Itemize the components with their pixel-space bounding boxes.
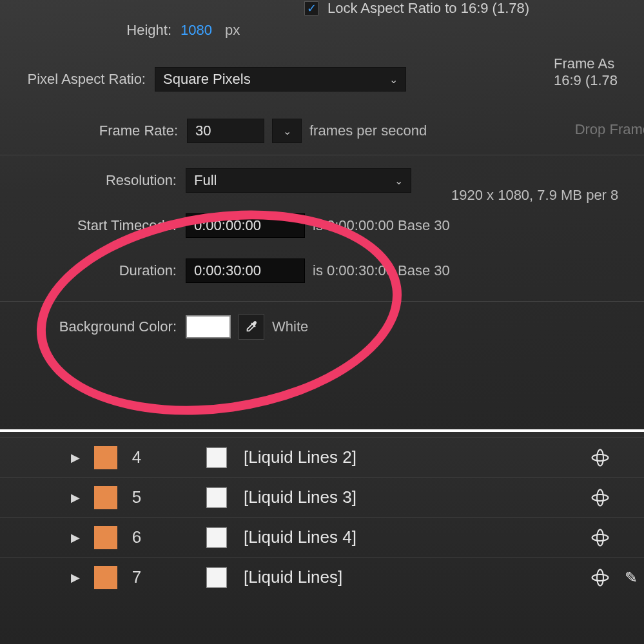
twirl-icon[interactable]: ▶ [71, 571, 83, 585]
framerate-input[interactable]: 30 [187, 119, 264, 143]
resolution-label: Resolution: [0, 172, 186, 189]
background-color-label: Background Color: [0, 318, 186, 335]
svg-point-5 [597, 529, 603, 545]
start-timecode-info: is 0:00:00:00 Base 30 [313, 217, 450, 234]
chevron-down-icon: ⌄ [395, 175, 403, 187]
pixel-aspect-dropdown[interactable]: Square Pixels ⌄ [155, 67, 406, 92]
twirl-icon[interactable]: ▶ [71, 451, 83, 465]
visibility-toggle[interactable] [206, 567, 227, 588]
background-color-name: White [272, 318, 308, 335]
layer-number: 7 [129, 567, 144, 587]
lock-aspect-label: Lock Aspect Ratio to 16:9 (1.78) [327, 0, 529, 17]
chevron-down-icon: ⌄ [389, 73, 398, 86]
duration-label: Duration: [0, 262, 186, 279]
svg-point-4 [592, 534, 609, 541]
height-unit: px [225, 22, 240, 39]
layer-name: [Liquid Lines 2] [239, 447, 576, 467]
pixel-aspect-label: Pixel Aspect Ratio: [0, 71, 155, 88]
duration-input[interactable]: 0:00:30:00 [186, 259, 305, 283]
drop-frame-label: Drop Frame [575, 121, 644, 138]
timeline-layers-panel: ▶ 4 [Liquid Lines 2] ▶ 5 [Liquid Lines 3… [0, 429, 644, 644]
layer-color-chip[interactable] [94, 566, 117, 589]
pixel-aspect-value: Square Pixels [163, 71, 251, 88]
3d-layer-icon[interactable] [587, 527, 613, 549]
svg-point-0 [592, 454, 609, 461]
svg-point-3 [597, 489, 603, 505]
layer-name: [Liquid Lines 3] [239, 487, 576, 507]
layer-name: [Liquid Lines 4] [239, 527, 576, 547]
height-label: Height: [0, 22, 181, 39]
layer-color-chip[interactable] [94, 446, 117, 469]
layer-row[interactable]: ▶ 5 [Liquid Lines 3] [0, 477, 644, 517]
eyedropper-icon [244, 320, 259, 334]
lock-aspect-row: ✓ Lock Aspect Ratio to 16:9 (1.78) [304, 0, 529, 17]
layer-number: 5 [129, 487, 144, 507]
start-timecode-input[interactable]: 0:00:00:00 [186, 213, 305, 238]
height-value[interactable]: 1080 [181, 22, 212, 39]
visibility-toggle[interactable] [206, 527, 227, 548]
3d-layer-icon[interactable] [587, 487, 613, 509]
twirl-icon[interactable]: ▶ [71, 531, 83, 545]
layer-row[interactable]: ▶ 4 [Liquid Lines 2] [0, 437, 644, 477]
chevron-down-icon: ⌄ [283, 125, 291, 137]
svg-point-2 [592, 494, 609, 501]
resolution-info: 1920 x 1080, 7.9 MB per 8 [451, 187, 618, 204]
composition-settings-panel: ✓ Lock Aspect Ratio to 16:9 (1.78) Heigh… [0, 0, 644, 429]
framerate-dropdown[interactable]: ⌄ [272, 119, 302, 143]
svg-point-7 [597, 569, 603, 585]
svg-point-1 [597, 449, 603, 465]
layer-number: 4 [129, 447, 144, 467]
layer-row[interactable]: ▶ 6 [Liquid Lines 4] [0, 517, 644, 557]
background-color-swatch[interactable] [186, 315, 231, 338]
framerate-label: Frame Rate: [0, 122, 187, 139]
frame-aspect-readout: Frame As 16:9 (1.78 [554, 55, 644, 90]
3d-layer-icon[interactable] [587, 567, 613, 589]
twirl-icon[interactable]: ▶ [71, 491, 83, 505]
duration-info: is 0:00:30:00 Base 30 [313, 262, 450, 279]
resolution-dropdown[interactable]: Full ⌄ [186, 168, 411, 193]
visibility-toggle[interactable] [206, 487, 227, 508]
start-timecode-label: Start Timecode: [0, 217, 186, 234]
layer-row[interactable]: ▶ 7 [Liquid Lines] ✎ [0, 557, 644, 597]
eyedropper-button[interactable] [239, 314, 264, 340]
edit-icon[interactable]: ✎ [625, 569, 644, 587]
3d-layer-icon[interactable] [587, 447, 613, 469]
visibility-toggle[interactable] [206, 447, 227, 468]
svg-point-6 [592, 574, 609, 581]
layer-number: 6 [129, 527, 144, 547]
layer-name: [Liquid Lines] [239, 567, 576, 587]
framerate-unit: frames per second [309, 122, 427, 139]
layer-color-chip[interactable] [94, 486, 117, 509]
lock-aspect-checkbox[interactable]: ✓ [304, 1, 318, 15]
layer-color-chip[interactable] [94, 526, 117, 549]
